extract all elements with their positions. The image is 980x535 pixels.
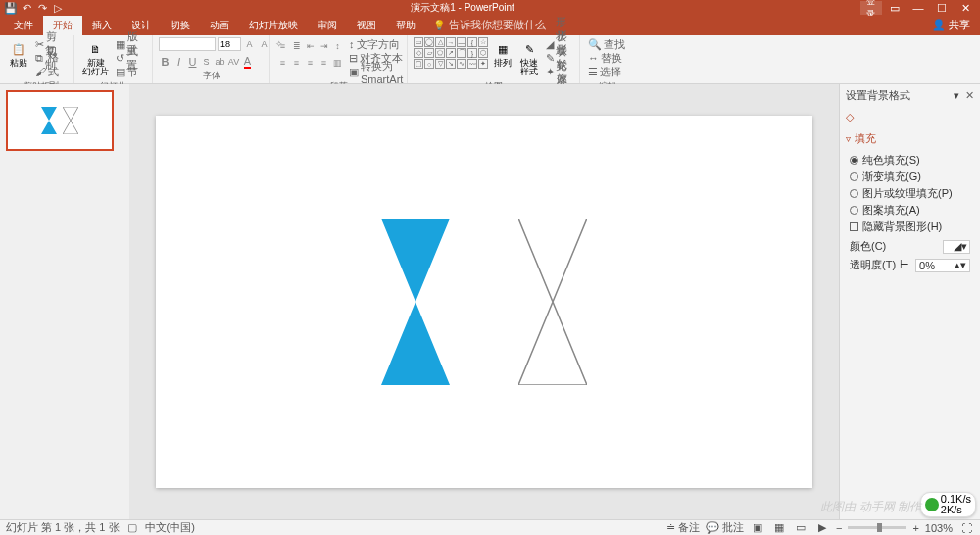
zoom-level[interactable]: 103% [925, 522, 953, 534]
redo-icon[interactable]: ↷ [35, 1, 49, 15]
zoom-out-icon[interactable]: − [836, 522, 842, 534]
transparency-slider[interactable]: ⊢ [900, 259, 911, 271]
shape-effects-button[interactable]: ✦ 形状效果 [544, 65, 573, 78]
notes-button[interactable]: ≐ 备注 [666, 520, 700, 535]
picture-fill-option[interactable]: 图片或纹理填充(P) [850, 185, 970, 202]
zoom-in-icon[interactable]: + [912, 522, 918, 534]
gradient-fill-label: 渐变填充(G) [862, 170, 921, 184]
bold-icon[interactable]: B [159, 55, 172, 68]
tab-transitions[interactable]: 切换 [161, 16, 200, 35]
normal-view-icon[interactable]: ▣ [750, 521, 765, 535]
indent-increase-icon[interactable]: ⇥ [318, 39, 330, 52]
hourglass-outline-shape[interactable] [518, 219, 587, 385]
zoom-slider[interactable] [848, 526, 906, 529]
arrange-button[interactable]: ▦ 排列 [491, 37, 514, 70]
tab-review[interactable]: 审阅 [308, 16, 347, 35]
line-spacing-icon[interactable]: ↕ [331, 39, 344, 52]
reading-view-icon[interactable]: ▭ [793, 521, 808, 535]
strike-icon[interactable]: S [200, 55, 213, 68]
bullets-icon[interactable]: ≡ [276, 39, 289, 52]
pane-close-icon[interactable]: ✕ [965, 89, 974, 102]
picture-fill-label: 图片或纹理填充(P) [862, 186, 953, 201]
gradient-fill-option[interactable]: 渐变填充(G) [850, 169, 970, 185]
color-picker-button[interactable]: ◢▾ [943, 240, 970, 254]
fill-category-icon[interactable]: ◇ [840, 107, 980, 127]
fill-section-header[interactable]: ▿ 填充 [840, 127, 980, 150]
tab-view[interactable]: 视图 [347, 16, 386, 35]
undo-icon[interactable]: ↶ [20, 1, 33, 15]
solid-fill-option[interactable]: 纯色填充(S) [850, 152, 970, 169]
sorter-view-icon[interactable]: ▦ [771, 521, 787, 535]
italic-icon[interactable]: I [172, 55, 185, 68]
share-button[interactable]: 👤 共享 [922, 15, 980, 35]
underline-icon[interactable]: U [186, 55, 199, 68]
pane-options-icon[interactable]: ▾ [954, 89, 959, 102]
fit-window-icon[interactable]: ⛶ [958, 521, 974, 535]
notes-label: 备注 [678, 521, 700, 533]
minimize-icon[interactable]: ― [907, 1, 929, 15]
svg-marker-0 [41, 107, 57, 134]
tab-insert[interactable]: 插入 [82, 16, 122, 35]
hourglass-filled-shape[interactable] [381, 219, 450, 385]
find-button[interactable]: 🔍 查找 [586, 37, 627, 51]
section-label: 节 [127, 65, 138, 79]
align-right-icon[interactable]: ≡ [304, 56, 317, 69]
transparency-value: 0% [919, 260, 935, 271]
spacing-icon[interactable]: AV [227, 55, 240, 68]
slide-thumbnail-1[interactable] [6, 90, 114, 151]
login-button[interactable]: 登录 [860, 1, 882, 15]
spinner-icon[interactable]: ▴▾ [955, 259, 966, 271]
smartart-button[interactable]: ▣ 转换为 SmartArt [347, 65, 405, 78]
increase-font-icon[interactable]: A [243, 38, 256, 51]
numbering-icon[interactable]: ≣ [290, 39, 303, 52]
svg-marker-2 [381, 219, 450, 385]
font-size-select[interactable]: 18 [218, 37, 241, 51]
select-label: 选择 [600, 65, 621, 79]
maximize-icon[interactable]: ☐ [931, 1, 953, 15]
tab-slideshow[interactable]: 幻灯片放映 [239, 16, 308, 35]
slide-thumbnail-panel[interactable]: 1 [0, 84, 129, 519]
tellme-input[interactable]: 💡 告诉我你想要做什么 [425, 15, 554, 35]
comments-button[interactable]: 💬 批注 [706, 520, 744, 535]
status-dot-icon [925, 498, 939, 511]
shadow-icon[interactable]: ab [214, 55, 226, 68]
hide-bg-option[interactable]: 隐藏背景图形(H) [850, 219, 970, 235]
align-left-icon[interactable]: ≡ [276, 56, 289, 69]
tab-help[interactable]: 帮助 [386, 16, 425, 35]
slideshow-view-icon[interactable]: ▶ [814, 521, 830, 535]
transparency-input[interactable]: 0%▴▾ [915, 259, 970, 272]
columns-icon[interactable]: ▥ [331, 56, 344, 69]
save-icon[interactable]: 💾 [4, 1, 18, 15]
radio-icon [850, 206, 858, 215]
font-family-select[interactable] [159, 37, 216, 51]
reset-button[interactable]: ↺ 重置 [114, 51, 146, 65]
indent-decrease-icon[interactable]: ⇤ [304, 39, 317, 52]
align-center-icon[interactable]: ≡ [290, 56, 303, 69]
group-font-label: 字体 [159, 68, 264, 82]
section-button[interactable]: ▤ 节 [114, 65, 146, 78]
select-button[interactable]: ☰ 选择 [586, 65, 627, 78]
tab-animations[interactable]: 动画 [200, 16, 239, 35]
tab-file[interactable]: 文件 [4, 16, 43, 35]
replace-button[interactable]: ↔ 替换 [586, 51, 627, 65]
format-painter-button[interactable]: 🖌 格式刷 [33, 65, 68, 78]
svg-marker-1 [63, 107, 78, 134]
paste-button[interactable]: 📋 粘贴 [6, 37, 30, 70]
text-direction-button[interactable]: ↕ 文字方向 [347, 37, 405, 51]
pattern-fill-option[interactable]: 图案填充(A) [850, 202, 970, 219]
spellcheck-icon[interactable]: ▢ [127, 521, 137, 534]
start-slideshow-icon[interactable]: ▷ [51, 1, 65, 15]
slide-canvas-area[interactable] [129, 84, 839, 519]
font-color-icon[interactable]: A [241, 55, 254, 68]
download-rate: 2K/s [941, 505, 971, 515]
new-slide-button[interactable]: 🗎 新建 幻灯片 [80, 37, 111, 78]
replace-label: 替换 [601, 51, 622, 66]
shapes-gallery[interactable]: ▭◯△→—{☆ ◇▱⬠↗⌒}⬡ ▢○▽↘∿〰✦ [414, 37, 488, 69]
language-label[interactable]: 中文(中国) [145, 520, 195, 535]
close-icon[interactable]: ✕ [955, 1, 976, 15]
decrease-font-icon[interactable]: A [258, 38, 270, 51]
comments-label: 批注 [722, 521, 744, 533]
ribbon-options-icon[interactable]: ▭ [884, 1, 906, 15]
justify-icon[interactable]: ≡ [318, 56, 330, 69]
quick-styles-button[interactable]: ✎ 快速样式 [517, 37, 541, 78]
